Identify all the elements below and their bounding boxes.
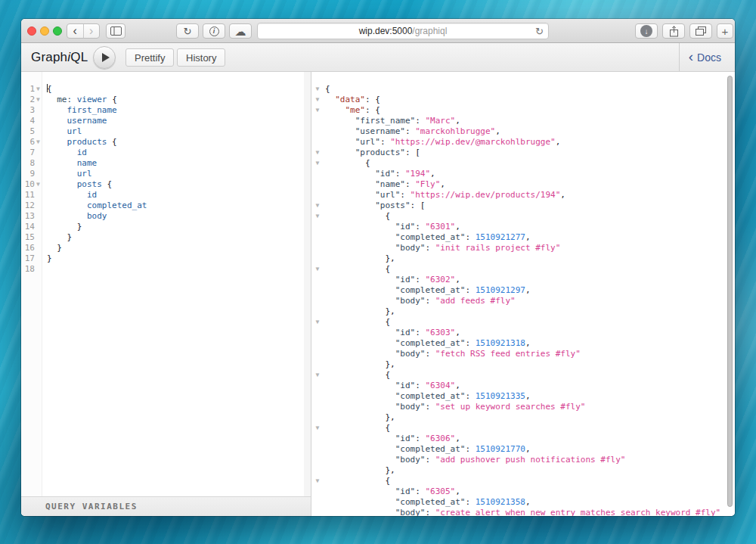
gutter-row: 14▼	[21, 222, 42, 232]
fold-arrow-icon: ▼	[312, 201, 323, 211]
docs-label: Docs	[697, 51, 721, 64]
gutter-row: ▼	[312, 126, 323, 137]
fold-arrow-icon: ▼	[312, 264, 323, 275]
gutter-row: ▼	[312, 402, 323, 412]
sidebar-icon	[110, 26, 122, 36]
code-line: "body": "init rails project #fly"	[325, 243, 727, 253]
code-line: products {	[47, 137, 311, 148]
code-line: "name": "Fly",	[325, 179, 727, 190]
tab-overview-button[interactable]	[689, 23, 712, 39]
fold-arrow-icon: ▼	[35, 179, 42, 190]
code-line: "completed_at": 1510921770,	[325, 444, 727, 455]
gutter-row: ▼	[312, 232, 323, 243]
gutter-row: ▼	[312, 381, 323, 391]
code-line: {	[325, 84, 727, 95]
code-line: },	[325, 412, 727, 423]
extension-button-1[interactable]: ↻	[176, 23, 199, 39]
code-line: "completed_at": 1510921358,	[325, 497, 727, 508]
gutter-row: ▼	[312, 296, 323, 306]
gutter-row: ▼	[312, 285, 323, 296]
query-editor-pane[interactable]: 1▼2▼3▼4▼5▼6▼7▼8▼9▼10▼11▼12▼13▼14▼15▼16▼1…	[21, 72, 311, 516]
close-button[interactable]	[27, 26, 36, 36]
gutter-row: ▼	[312, 391, 323, 402]
fold-arrow-icon: ▼	[312, 317, 323, 328]
info-circle-icon: i	[209, 26, 219, 36]
gutter-row: ▼	[312, 465, 323, 476]
url-path: /graphiql	[412, 26, 447, 36]
gutter-row: ▼	[312, 243, 323, 253]
chevron-left-icon: ‹	[689, 49, 693, 64]
gutter-row: ▼	[312, 95, 323, 105]
downloads-button[interactable]: ↓	[635, 23, 658, 39]
zoom-button[interactable]	[53, 26, 62, 36]
fold-arrow-icon: ▼	[35, 84, 42, 95]
code-line: },	[325, 253, 727, 264]
gutter-row: 2▼	[21, 95, 42, 105]
code-line: },	[325, 306, 727, 317]
gutter-row: 9▼	[21, 169, 42, 179]
code-line: },	[325, 359, 727, 370]
query-code[interactable]: { me: viewer { first_name username url p…	[43, 72, 311, 496]
code-line: "completed_at": 1510921335,	[325, 391, 727, 402]
safari-window: ‹ › ↻ i ☁ wip.dev:5000/graphiql ↻ ↓	[21, 19, 735, 516]
new-tab-button[interactable]: +	[717, 23, 733, 39]
gutter-row: ▼	[312, 338, 323, 349]
code-line: {	[325, 370, 727, 381]
gutter-row: ▼	[312, 179, 323, 190]
sidebar-toggle-button[interactable]	[106, 23, 125, 39]
gutter-row: 7▼	[21, 148, 42, 158]
execute-button[interactable]	[93, 46, 116, 69]
prettify-button[interactable]: Prettify	[125, 48, 174, 67]
fold-arrow-icon: ▼	[312, 211, 323, 222]
code-line: }	[47, 243, 311, 253]
code-line: "body": "add pushover push notifications…	[325, 455, 727, 465]
code-line: "completed_at": 1510921297,	[325, 285, 727, 296]
gutter-row: ▼	[312, 253, 323, 264]
code-line: {	[325, 264, 727, 275]
code-line: "body": "create alert when new entry mat…	[325, 508, 727, 516]
gutter-row: ▼	[312, 423, 323, 434]
reload-icon[interactable]: ↻	[535, 26, 544, 37]
gutter-row: ▼	[312, 455, 323, 465]
code-line: "id": "6302",	[325, 275, 727, 285]
scrollbar[interactable]	[727, 76, 733, 507]
gutter-row: ▼	[312, 412, 323, 423]
gutter-row: 1▼	[21, 84, 42, 95]
code-line: }	[47, 222, 311, 232]
code-line: "id": "6304",	[325, 381, 727, 391]
fold-arrow-icon: ▼	[312, 105, 323, 116]
code-line: "id": "6306",	[325, 434, 727, 444]
gutter-row: ▼	[312, 444, 323, 455]
pane-divider[interactable]	[304, 72, 311, 496]
extension-button-2[interactable]: i	[203, 23, 225, 39]
code-line: name	[47, 158, 311, 169]
docs-toggle[interactable]: ‹ Docs	[679, 43, 735, 71]
code-line: "completed_at": 1510921277,	[325, 232, 727, 243]
forward-button[interactable]: ›	[84, 24, 100, 38]
share-button[interactable]	[662, 23, 685, 39]
code-line: url	[47, 169, 311, 179]
code-line: }	[47, 232, 311, 243]
navigation-buttons: ‹ ›	[67, 23, 100, 39]
gutter-row: ▼	[312, 190, 323, 201]
code-line: "completed_at": 1510921318,	[325, 338, 727, 349]
code-line: "body": "fetch RSS feed entries #fly"	[325, 349, 727, 359]
address-bar[interactable]: wip.dev:5000/graphiql ↻	[257, 23, 549, 39]
query-variables-bar[interactable]: QUERY VARIABLES	[21, 496, 311, 516]
extension-button-3[interactable]: ☁	[229, 23, 252, 39]
browser-toolbar: ‹ › ↻ i ☁ wip.dev:5000/graphiql ↻ ↓	[21, 19, 735, 43]
tabs-icon	[696, 26, 706, 36]
minimize-button[interactable]	[40, 26, 49, 36]
back-button[interactable]: ‹	[67, 24, 84, 38]
gutter-row: ▼	[312, 201, 323, 211]
gutter-row: 6▼	[21, 137, 42, 148]
query-gutter: 1▼2▼3▼4▼5▼6▼7▼8▼9▼10▼11▼12▼13▼14▼15▼16▼1…	[21, 72, 42, 496]
code-line: "body": "add feeds #fly"	[325, 296, 727, 306]
circular-arrows-icon: ↻	[184, 26, 192, 36]
code-line: "posts": [	[325, 201, 727, 211]
gutter-row: ▼	[312, 306, 323, 317]
graphiql-toolbar: GraphiQL Prettify History ‹ Docs	[21, 43, 735, 72]
result-pane[interactable]: ▼▼▼▼▼▼▼▼▼▼▼▼▼▼▼▼▼▼▼▼▼▼▼▼▼▼▼▼▼▼▼▼▼▼▼▼▼▼▼▼…	[312, 72, 735, 516]
gutter-row: 11▼	[21, 190, 42, 201]
history-button[interactable]: History	[177, 48, 225, 67]
